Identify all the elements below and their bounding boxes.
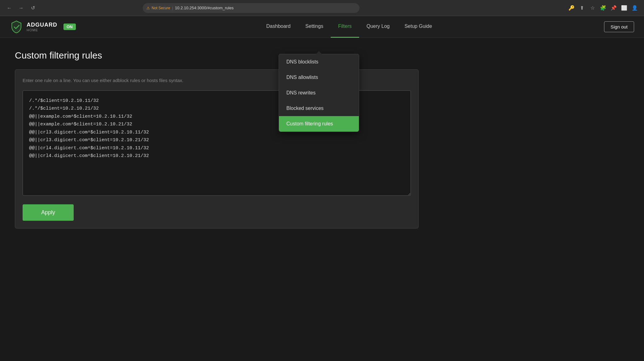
main-content: Custom filtering rules Enter one rule on… [0,38,433,241]
nav-item-setup-guide[interactable]: Setup Guide [397,16,439,38]
forward-button[interactable]: → [17,4,25,12]
dropdown-item-dns-blocklists[interactable]: DNS blocklists [279,54,359,70]
security-warning-text: Not Secure [152,6,170,10]
nav-item-query-log[interactable]: Query Log [359,16,397,38]
on-badge: ON [63,24,76,30]
logo-text: ADGUARD HOME [27,22,57,32]
nav-item-filters[interactable]: Filters [331,16,359,38]
pin-icon-btn[interactable]: 📌 [609,4,618,12]
nav-menu: Dashboard Settings Filters Query Log Set… [94,16,604,38]
dropdown-arrow [316,51,322,54]
app-subtitle: HOME [27,28,57,32]
nav-item-settings[interactable]: Settings [298,16,331,38]
window-icon-btn[interactable]: ⬜ [620,4,629,12]
extensions-icon-btn[interactable]: 🧩 [599,4,607,12]
url-text: 10.2.10.254:3000/#custom_rules [175,6,233,10]
key-icon-btn[interactable]: 🔑 [567,4,576,12]
sign-out-button[interactable]: Sign out [604,21,634,32]
app-header: ADGUARD HOME ON Dashboard Settings Filte… [0,16,644,38]
profile-icon-btn[interactable]: 👤 [630,4,639,12]
reload-button[interactable]: ↺ [28,4,37,12]
filters-dropdown-menu: DNS blocklists DNS allowlists DNS rewrit… [279,54,359,132]
dropdown-item-dns-allowlists[interactable]: DNS allowlists [279,70,359,85]
nav-item-dashboard[interactable]: Dashboard [259,16,298,38]
logo-area: ADGUARD HOME ON [10,20,76,33]
dropdown-item-dns-rewrites[interactable]: DNS rewrites [279,85,359,101]
browser-action-buttons: 🔑 ⬆ ☆ 🧩 📌 ⬜ 👤 [567,4,639,12]
back-button[interactable]: ← [5,4,14,12]
star-icon-btn[interactable]: ☆ [588,4,597,12]
share-icon-btn[interactable]: ⬆ [578,4,586,12]
app-name: ADGUARD [27,22,57,28]
dropdown-item-custom-filtering-rules[interactable]: Custom filtering rules [279,116,359,132]
address-bar[interactable]: ⚠ Not Secure | 10.2.10.254:3000/#custom_… [143,3,359,13]
browser-chrome: ← → ↺ ⚠ Not Secure | 10.2.10.254:3000/#c… [0,0,644,16]
dropdown-item-blocked-services[interactable]: Blocked services [279,101,359,116]
security-warning-icon: ⚠ [146,6,150,10]
apply-button[interactable]: Apply [23,204,74,221]
adguard-shield-icon [10,20,23,33]
